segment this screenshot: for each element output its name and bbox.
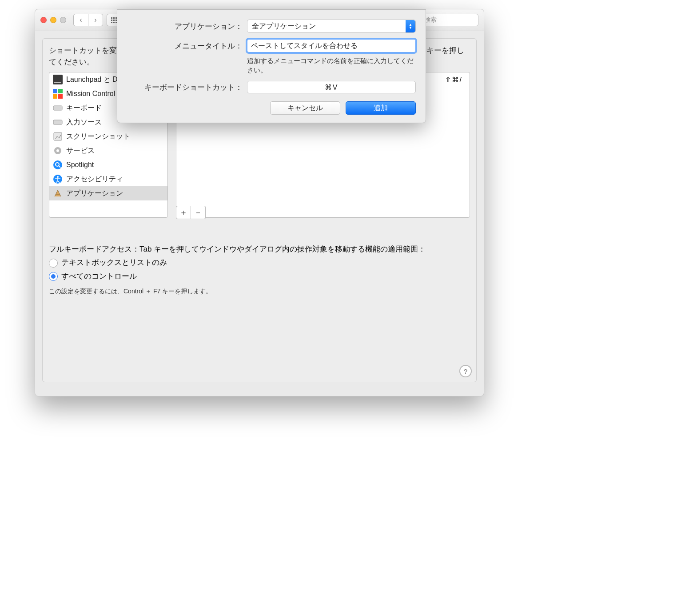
menu-title-label: メニュータイトル： [127,41,247,51]
nav-buttons: ‹ › [73,14,103,26]
application-label: アプリケーション： [127,21,247,32]
applications-icon [53,188,63,198]
radio-label: すべてのコントロール [61,271,137,282]
change-hint: この設定を変更するには、Control ＋ F7 キーを押します。 [49,287,470,296]
window-controls [40,17,66,23]
gear-icon [53,146,63,156]
sidebar-item-label: スクリーンショット [66,132,130,141]
select-stepper-icon: ▲▼ [406,20,415,32]
svg-rect-5 [58,89,63,93]
svg-rect-9 [53,120,62,124]
screenshot-icon [53,132,63,141]
radio-all-controls[interactable]: すべてのコントロール [49,271,470,282]
close-window-button[interactable] [40,17,47,23]
svg-rect-6 [53,94,57,99]
menu-title-input[interactable] [247,39,416,52]
svg-point-13 [53,160,62,169]
svg-point-12 [56,149,59,152]
sidebar-item-label: Mission Control [66,90,115,98]
svg-rect-8 [53,106,62,110]
minus-icon: － [194,207,202,218]
keyboard-shortcut-value: ⌘V [325,83,339,92]
keyboard-shortcut-label: キーボードショートカット： [127,82,247,92]
sidebar-item-label: アプリケーション [66,189,123,198]
sidebar-item-services[interactable]: サービス [49,144,167,158]
back-button[interactable]: ‹ [73,14,88,26]
add-button[interactable]: 追加 [346,101,416,115]
input-source-icon [53,117,63,127]
radio-label: テキストボックスとリストのみ [61,257,167,268]
shortcut-row-key: ⇧⌘/ [445,76,470,84]
launchpad-icon [53,75,63,84]
plus-icon: ＋ [179,207,187,218]
sidebar-item-screenshots[interactable]: スクリーンショット [49,129,167,144]
chevron-right-icon: › [94,16,96,24]
sidebar-item-accessibility[interactable]: アクセシビリティ [49,172,167,186]
sidebar-item-label: キーボード [66,104,102,113]
minimize-window-button[interactable] [50,17,56,23]
preferences-window: ‹ › キーボード 検索 ショートカットを変更するには、ショートカットを選択し、… [35,9,484,396]
search-placeholder: 検索 [424,16,437,24]
mission-control-icon [53,89,63,99]
sidebar-item-label: サービス [66,146,95,156]
full-keyboard-access-heading: フルキーボードアクセス：Tab キーを押してウインドウやダイアログ内の操作対象を… [49,244,470,255]
radio-icon [49,272,58,281]
spotlight-icon [53,160,63,170]
keyboard-icon [53,103,63,113]
sidebar-item-applications[interactable]: アプリケーション [49,186,167,200]
keyboard-shortcut-input[interactable]: ⌘V [247,81,416,93]
svg-rect-7 [58,94,63,99]
sidebar-item-spotlight[interactable]: Spotlight [49,158,167,172]
sidebar-item-label: 入力ソース [66,118,102,127]
zoom-window-button[interactable] [60,17,66,23]
application-select[interactable]: 全アプリケーション ▲▼ [247,20,416,33]
accessibility-icon [53,174,63,184]
forward-button[interactable]: › [88,14,103,26]
sidebar-item-label: Spotlight [66,161,94,169]
cancel-button[interactable]: キャンセル [270,101,340,115]
help-icon: ? [464,368,467,375]
radio-text-only[interactable]: テキストボックスとリストのみ [49,257,470,268]
svg-rect-4 [53,89,57,93]
menu-title-hint: 追加するメニューコマンドの名前を正確に入力してください。 [247,56,416,75]
chevron-left-icon: ‹ [80,16,82,24]
svg-rect-3 [54,82,61,83]
remove-shortcut-button[interactable]: － [191,206,206,219]
sidebar-item-label: アクセシビリティ [66,175,123,184]
add-shortcut-sheet: アプリケーション： 全アプリケーション ▲▼ メニュータイトル： 追加するメニュ… [117,9,426,123]
application-select-value: 全アプリケーション [252,22,316,31]
radio-icon [49,259,58,268]
add-shortcut-button[interactable]: ＋ [176,206,191,219]
svg-point-17 [57,176,59,178]
help-button[interactable]: ? [459,365,472,377]
